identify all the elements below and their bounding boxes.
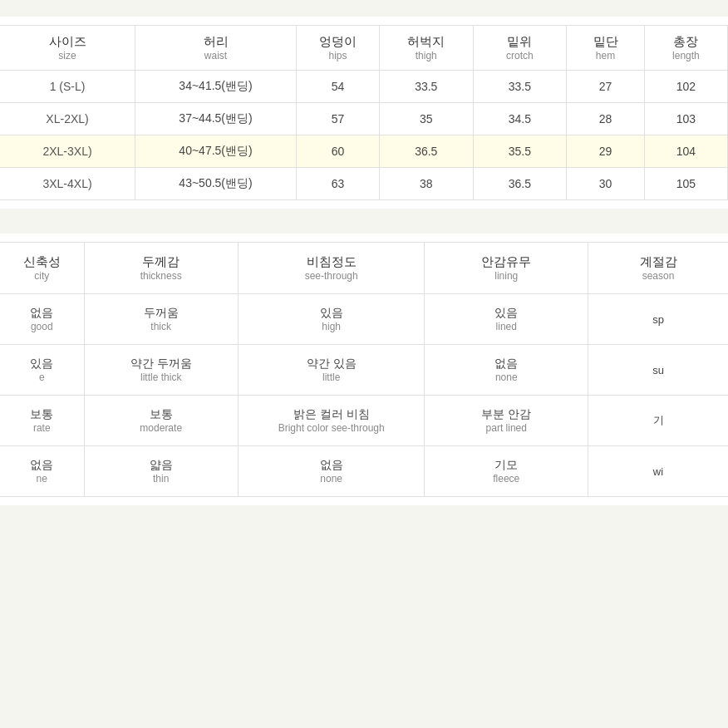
hem-cell: 28 bbox=[567, 103, 645, 135]
col-header-lining: 안감유무 lining bbox=[425, 243, 588, 294]
hem-cell: 29 bbox=[567, 135, 645, 168]
lining-cell: 기모 fleece bbox=[425, 446, 588, 497]
size-table-row: 3XL-4XL) 43~50.5(밴딩) 63 38 36.5 30 105 bbox=[0, 168, 728, 200]
thickness-cell: 약간 두꺼움 little thick bbox=[84, 345, 238, 396]
size-cell: 1 (S-L) bbox=[0, 71, 135, 103]
hips-cell: 63 bbox=[296, 168, 379, 200]
waist-cell: 40~47.5(밴딩) bbox=[135, 135, 297, 168]
size-table-header-row: 사이즈 size 허리 waist 엉덩이 hips 허벅지 thigh bbox=[0, 26, 728, 71]
col-header-hem: 밑단 hem bbox=[567, 26, 645, 71]
size-table-row: XL-2XL) 37~44.5(밴딩) 57 35 34.5 28 103 bbox=[0, 103, 728, 135]
fabric-table-row: 없음 good 두꺼움 thick 있음 high 있음 lined sp bbox=[0, 294, 728, 345]
size-table: 사이즈 size 허리 waist 엉덩이 hips 허벅지 thigh bbox=[0, 25, 728, 200]
seethrough-cell: 밝은 컬러 비침 Bright color see-through bbox=[238, 396, 425, 446]
col-header-thigh: 허벅지 thigh bbox=[379, 26, 473, 71]
thickness-cell: 얇음 thin bbox=[84, 446, 238, 497]
fabric-table: 신축성 city 두께감 thickness 비침정도 see-through … bbox=[0, 242, 728, 497]
waist-cell: 43~50.5(밴딩) bbox=[135, 168, 297, 200]
lining-cell: 부분 안감 part lined bbox=[425, 396, 588, 446]
elasticity-cell: 보통 rate bbox=[0, 396, 84, 446]
col-header-seethrough: 비침정도 see-through bbox=[238, 243, 425, 294]
length-cell: 103 bbox=[644, 103, 727, 135]
length-cell: 105 bbox=[644, 168, 727, 200]
hips-cell: 60 bbox=[296, 135, 379, 168]
size-table-wrapper: 사이즈 size 허리 waist 엉덩이 hips 허벅지 thigh bbox=[0, 17, 728, 209]
size-cell: 2XL-3XL) bbox=[0, 135, 135, 168]
col-header-hips: 엉덩이 hips bbox=[296, 26, 379, 71]
col-header-season: 계절감 season bbox=[588, 243, 729, 294]
lining-cell: 없음 none bbox=[425, 345, 588, 396]
col-header-length: 총장 length bbox=[644, 26, 727, 71]
season-cell: 기 bbox=[588, 396, 729, 446]
thigh-cell: 35 bbox=[379, 103, 473, 135]
seethrough-cell: 약간 있음 little bbox=[238, 345, 425, 396]
col-header-thickness: 두께감 thickness bbox=[84, 243, 238, 294]
thigh-cell: 36.5 bbox=[379, 135, 473, 168]
elasticity-cell: 없음 ne bbox=[0, 446, 84, 497]
fabric-table-header-row: 신축성 city 두께감 thickness 비침정도 see-through … bbox=[0, 243, 728, 294]
season-cell: wi bbox=[588, 446, 729, 497]
hem-cell: 27 bbox=[567, 71, 645, 103]
size-cell: 3XL-4XL) bbox=[0, 168, 135, 200]
hips-cell: 54 bbox=[296, 71, 379, 103]
waist-cell: 34~41.5(밴딩) bbox=[135, 71, 297, 103]
crotch-cell: 36.5 bbox=[473, 168, 567, 200]
hips-cell: 57 bbox=[296, 103, 379, 135]
size-cell: XL-2XL) bbox=[0, 103, 135, 135]
crotch-cell: 33.5 bbox=[473, 71, 567, 103]
crotch-cell: 35.5 bbox=[473, 135, 567, 168]
col-header-elasticity: 신축성 city bbox=[0, 243, 84, 294]
season-cell: sp bbox=[588, 294, 729, 345]
thigh-cell: 38 bbox=[379, 168, 473, 200]
col-header-waist: 허리 waist bbox=[135, 26, 297, 71]
season-cell: su bbox=[588, 345, 729, 396]
elasticity-cell: 있음 e bbox=[0, 345, 84, 396]
thickness-cell: 보통 moderate bbox=[84, 396, 238, 446]
fabric-table-row: 보통 rate 보통 moderate 밝은 컬러 비침 Bright colo… bbox=[0, 396, 728, 446]
page-container: 사이즈 size 허리 waist 엉덩이 hips 허벅지 thigh bbox=[0, 0, 728, 522]
lining-cell: 있음 lined bbox=[425, 294, 588, 345]
seethrough-cell: 있음 high bbox=[238, 294, 425, 345]
fabric-table-row: 있음 e 약간 두꺼움 little thick 약간 있음 little 없음… bbox=[0, 345, 728, 396]
col-header-crotch: 밑위 crotch bbox=[473, 26, 567, 71]
col-header-size: 사이즈 size bbox=[0, 26, 135, 71]
seethrough-cell: 없음 none bbox=[238, 446, 425, 497]
size-table-row: 2XL-3XL) 40~47.5(밴딩) 60 36.5 35.5 29 104 bbox=[0, 135, 728, 168]
length-cell: 102 bbox=[644, 71, 727, 103]
elasticity-cell: 없음 good bbox=[0, 294, 84, 345]
crotch-cell: 34.5 bbox=[473, 103, 567, 135]
thigh-cell: 33.5 bbox=[379, 71, 473, 103]
fabric-table-row: 없음 ne 얇음 thin 없음 none 기모 fleece wi bbox=[0, 446, 728, 497]
hem-cell: 30 bbox=[567, 168, 645, 200]
thickness-cell: 두꺼움 thick bbox=[84, 294, 238, 345]
waist-cell: 37~44.5(밴딩) bbox=[135, 103, 297, 135]
length-cell: 104 bbox=[644, 135, 727, 168]
fabric-table-wrapper: 신축성 city 두께감 thickness 비침정도 see-through … bbox=[0, 234, 728, 505]
size-table-row: 1 (S-L) 34~41.5(밴딩) 54 33.5 33.5 27 102 bbox=[0, 71, 728, 103]
